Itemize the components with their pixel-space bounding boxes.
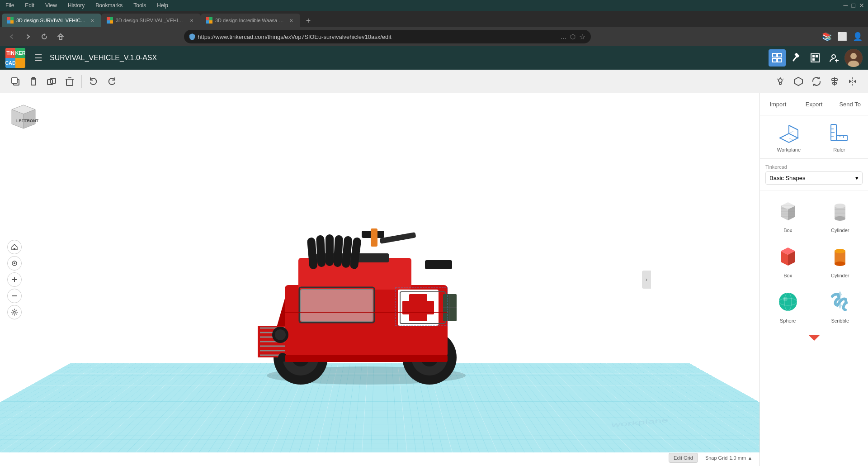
ruler-tool[interactable]: Ruler (827, 121, 851, 152)
align-button[interactable] (826, 73, 843, 90)
menu-history[interactable]: History (66, 1, 86, 10)
minimize-button[interactable]: ─ (844, 2, 848, 9)
close-button[interactable]: ✕ (859, 2, 864, 9)
svg-rect-99 (14, 248, 15, 250)
tab-2[interactable]: 3D design SURVIVAL_VEHICLE... ✕ (101, 14, 201, 27)
add-user-button[interactable] (826, 49, 843, 67)
import-button[interactable]: Import (760, 93, 796, 115)
undo-button[interactable] (85, 73, 102, 90)
menu-bookmarks[interactable]: Bookmarks (94, 1, 124, 10)
svg-rect-81 (333, 235, 343, 267)
shape-scribble[interactable]: Scribble (816, 285, 865, 326)
url-text: https://www.tinkercad.com/things/exVop7S… (198, 33, 557, 40)
svg-rect-16 (778, 58, 781, 62)
viewport-settings-button[interactable] (7, 305, 22, 319)
shape-sphere-teal[interactable]: Sphere (764, 285, 812, 326)
delete-button[interactable] (61, 73, 78, 90)
zoom-out-button[interactable] (7, 289, 22, 303)
svg-rect-5 (110, 17, 113, 20)
menu-file[interactable]: File (4, 1, 16, 10)
svg-rect-7 (110, 20, 113, 24)
basic-shapes-label: Basic Shapes (769, 175, 806, 181)
svg-point-141 (779, 293, 797, 311)
right-panel: Import Export Send To (760, 93, 868, 466)
export-button[interactable]: Export (796, 93, 832, 115)
split-view-icon[interactable]: ⬜ (837, 32, 847, 42)
sphere-label: Sphere (780, 318, 796, 323)
rotate-icon (811, 76, 821, 86)
tab-2-close[interactable]: ✕ (188, 17, 195, 24)
app-header: TIN KER CAD ☰ SURVIVAL_VEHICLE_V.1.0-ASX (0, 46, 868, 70)
list-view-icon[interactable]: ☰ (34, 52, 42, 63)
sphere-icon (774, 287, 802, 316)
maximize-button[interactable]: □ (852, 2, 855, 9)
svg-rect-10 (206, 20, 209, 24)
user-avatar[interactable] (844, 49, 863, 67)
svg-rect-11 (209, 20, 212, 24)
viewport[interactable]: workplane (0, 93, 760, 466)
more-shapes-arrow[interactable] (760, 330, 868, 346)
bookmark-icon[interactable]: ☆ (579, 33, 585, 41)
edit-grid-button[interactable]: Edit Grid (669, 453, 698, 463)
logo-cell-tin: TIN (5, 48, 15, 58)
orientation-cube[interactable]: LEFT FRONT (7, 100, 40, 133)
shapes-dropdown[interactable]: Basic Shapes ▾ (765, 171, 863, 185)
svg-rect-22 (812, 58, 815, 61)
menu-view[interactable]: View (43, 1, 59, 10)
mirror-button[interactable] (844, 73, 861, 90)
cylinder-orange-icon (826, 242, 854, 271)
tinkercad-logo[interactable]: TIN KER CAD (5, 48, 25, 68)
zoom-in-button[interactable] (7, 272, 22, 287)
tab-3[interactable]: 3D design Incredible Waasa-S... ✕ (201, 14, 300, 27)
rotate-button[interactable] (808, 73, 825, 90)
sidebar-collapse-button[interactable]: › (642, 271, 651, 289)
pocket-icon[interactable]: ⬡ (570, 33, 576, 40)
back-button[interactable] (5, 30, 18, 43)
forward-button[interactable] (22, 30, 34, 43)
pick-tool-button[interactable] (788, 49, 805, 67)
shapes-grid: Box Cylinder (760, 190, 868, 330)
svg-rect-3 (10, 20, 14, 24)
address-bar[interactable]: https://www.tinkercad.com/things/exVop7S… (184, 30, 591, 43)
redo-button[interactable] (104, 73, 120, 90)
more-button[interactable]: … (560, 33, 566, 40)
reload-button[interactable] (38, 30, 51, 43)
tab-3-close[interactable]: ✕ (288, 17, 295, 24)
menu-edit[interactable]: Edit (23, 1, 36, 10)
svg-marker-47 (849, 80, 852, 83)
light-button[interactable] (772, 73, 788, 90)
zoom-fit-icon (11, 260, 18, 267)
zoom-fit-button[interactable] (7, 256, 22, 271)
vehicle-svg (231, 195, 502, 385)
snap-icon (793, 76, 803, 86)
shape-box-red[interactable]: Box (764, 239, 812, 281)
viewport-status-bar: Edit Grid Snap Grid 1.0 mm ▲ (0, 450, 760, 466)
more-shapes-arrow-icon (807, 333, 821, 342)
user-profile-icon[interactable]: 👤 (853, 32, 863, 42)
grid-view-button[interactable] (769, 49, 786, 67)
box-grey-label: Box (783, 228, 792, 233)
logo-cell-cad: CAD (5, 58, 15, 68)
shape-cylinder-grey[interactable]: Cylinder (816, 194, 865, 236)
shape-box-grey[interactable]: Box (764, 194, 812, 236)
workplane-tool[interactable]: Workplane (777, 121, 801, 152)
menu-tools[interactable]: Tools (132, 1, 148, 10)
settings-button[interactable] (807, 49, 824, 67)
reading-list-icon[interactable]: 📚 (822, 32, 832, 42)
snap-button[interactable] (790, 73, 807, 90)
home-button[interactable] (54, 30, 67, 43)
tab-1-close[interactable]: ✕ (89, 17, 96, 24)
send-to-button[interactable]: Send To (832, 93, 868, 115)
home-view-button[interactable] (7, 240, 22, 254)
tinkercad-label: Tinkercad (765, 164, 863, 170)
paste-button[interactable] (25, 73, 42, 90)
menu-help[interactable]: Help (155, 1, 170, 10)
add-user-icon (829, 53, 839, 63)
snap-grid-up-arrow[interactable]: ▲ (748, 456, 752, 461)
shape-cylinder-orange[interactable]: Cylinder (816, 239, 865, 281)
new-tab-button[interactable]: + (302, 14, 315, 27)
duplicate-button[interactable] (43, 73, 60, 90)
copy-button[interactable] (7, 73, 24, 90)
tab-1[interactable]: 3D design SURVIVAL VEHICLE... ✕ (2, 14, 101, 27)
svg-rect-1 (10, 17, 14, 20)
